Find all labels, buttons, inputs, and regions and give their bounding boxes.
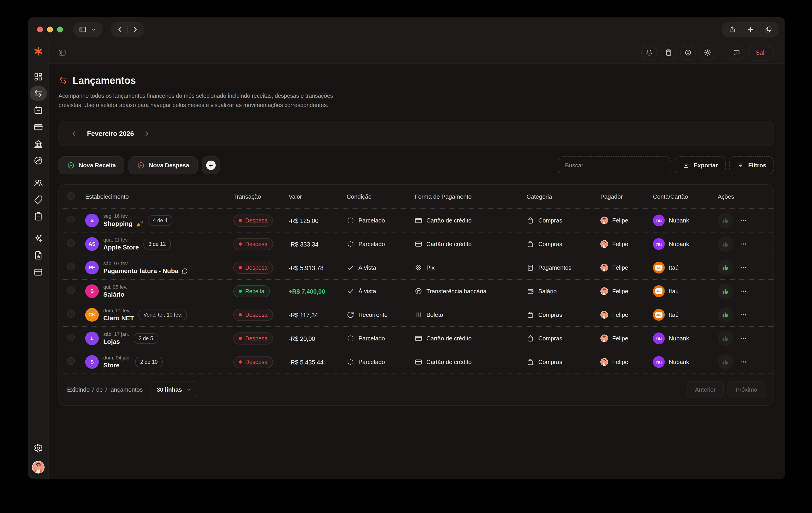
calculator-button[interactable] xyxy=(661,45,676,60)
table-row[interactable]: L sáb, 17 jan. Lojas 2 de 5 Despesa -R$ … xyxy=(59,326,774,350)
sidebar-item-performance[interactable] xyxy=(30,153,47,168)
new-income-label: Nova Receita xyxy=(79,162,116,169)
table-row[interactable]: AS qua, 11 fev. Apple Store 3 de 12 Desp… xyxy=(59,232,774,255)
condition-label: Parcelado xyxy=(358,358,385,366)
logout-button[interactable]: Sair xyxy=(748,45,774,60)
confirm-transaction-button[interactable] xyxy=(718,354,733,370)
row-checkbox[interactable] xyxy=(67,310,75,318)
type-badge: Despesa xyxy=(233,215,273,226)
sidebar-item-transactions[interactable] xyxy=(30,86,47,101)
receipt-icon xyxy=(526,264,534,271)
more-actions-button[interactable] xyxy=(738,333,749,344)
previous-month-button[interactable] xyxy=(71,130,78,137)
new-income-button[interactable]: Nova Receita xyxy=(58,156,124,174)
transfer-arrows-icon xyxy=(33,89,43,98)
transaction-date: sáb, 07 fev. xyxy=(103,261,188,267)
merchant-avatar: CN xyxy=(85,308,99,322)
table-row[interactable]: S qui, 05 fev. Salário Receita +R$ 7.400… xyxy=(59,279,774,303)
payer-avatar xyxy=(600,358,608,366)
row-checkbox[interactable] xyxy=(67,263,75,271)
forward-button[interactable] xyxy=(128,22,142,37)
amount: -R$ 333,34 xyxy=(289,241,319,248)
profile-avatar-button[interactable] xyxy=(32,461,45,474)
results-summary: Exibindo 7 de 7 lançamentos xyxy=(67,386,143,393)
confirm-transaction-button[interactable] xyxy=(718,260,733,275)
row-checkbox[interactable] xyxy=(67,287,75,294)
sidebar-item-calendar[interactable] xyxy=(30,103,47,117)
topbar-divider xyxy=(722,49,722,56)
table-row[interactable]: CN dom, 01 fev. Claro NET Venc. ter, 10 … xyxy=(59,303,774,326)
more-actions-button[interactable] xyxy=(738,238,749,250)
sidebar-item-ai-assistant[interactable] xyxy=(30,231,47,246)
sidebar-item-members[interactable] xyxy=(30,176,47,190)
more-actions-button[interactable] xyxy=(738,215,749,226)
more-actions-button[interactable] xyxy=(738,262,749,273)
previous-page-button[interactable]: Anterior xyxy=(687,381,724,398)
row-checkbox[interactable] xyxy=(67,333,75,341)
next-page-button[interactable]: Próximo xyxy=(727,381,765,398)
sidebar-item-settings[interactable] xyxy=(30,441,47,455)
column-header: Valor xyxy=(289,193,347,200)
row-checkbox[interactable] xyxy=(67,216,75,223)
confirm-transaction-button[interactable] xyxy=(718,331,733,346)
window-sidebar-toggle-button[interactable] xyxy=(73,22,103,37)
column-header: Categoria xyxy=(526,193,600,200)
category-label: Compras xyxy=(538,241,562,248)
new-tab-button[interactable] xyxy=(747,26,754,33)
ellipsis-icon xyxy=(740,334,747,342)
filters-button[interactable]: Filtros xyxy=(729,156,774,174)
table-row[interactable]: S seg, 16 fev. Shopping 4 de 4 Despesa -… xyxy=(59,209,774,232)
more-actions-button[interactable] xyxy=(738,309,749,320)
sidebar-item-planner[interactable] xyxy=(30,209,47,224)
confirm-transaction-button[interactable] xyxy=(718,213,733,228)
file-chart-icon xyxy=(33,251,43,260)
notifications-button[interactable] xyxy=(641,45,657,60)
tabs-button[interactable] xyxy=(765,26,772,33)
table-row[interactable]: PF sáb, 07 fev. Pagamento fatura - Nuba … xyxy=(59,255,774,279)
merchant-name: Lojas xyxy=(103,338,120,345)
account-label: Nubank xyxy=(669,241,689,248)
bank-transfer-icon xyxy=(415,287,422,295)
feedback-button[interactable] xyxy=(729,45,745,60)
visibility-button[interactable] xyxy=(680,45,696,60)
chevron-down-icon xyxy=(186,387,192,393)
theme-button[interactable] xyxy=(700,45,716,60)
next-month-button[interactable] xyxy=(143,130,150,137)
search-input[interactable] xyxy=(558,156,671,174)
traffic-light-minimize[interactable] xyxy=(47,27,53,32)
gear-icon xyxy=(33,443,43,453)
bank-logo-nubank: nu xyxy=(653,238,665,250)
type-badge: Despesa xyxy=(233,356,273,368)
more-actions-button[interactable] xyxy=(738,356,749,368)
table-row[interactable]: S dom, 04 jan. Store 2 de 10 Despesa -R$… xyxy=(59,350,774,374)
share-button[interactable] xyxy=(729,26,736,33)
comment-icon[interactable] xyxy=(181,268,188,274)
rows-per-page-select[interactable]: 30 linhas xyxy=(150,381,198,398)
select-all-checkbox[interactable] xyxy=(67,192,75,200)
content-sidebar-toggle-button[interactable] xyxy=(58,49,66,57)
sidebar-item-cards[interactable] xyxy=(30,120,47,134)
traffic-light-zoom[interactable] xyxy=(57,27,63,32)
sidebar-item-bank-accounts[interactable] xyxy=(30,137,47,151)
confirm-transaction-button[interactable] xyxy=(718,284,733,299)
sidebar-item-dashboard[interactable] xyxy=(30,70,47,84)
month-selector-card: Fevereiro 2026 xyxy=(58,121,774,146)
row-checkbox[interactable] xyxy=(67,357,75,365)
back-button[interactable] xyxy=(113,22,127,37)
confirm-transaction-button[interactable] xyxy=(718,307,733,323)
new-expense-button[interactable]: Nova Despesa xyxy=(128,156,198,174)
sidebar-item-tags[interactable] xyxy=(30,192,47,207)
payer-avatar xyxy=(600,217,608,224)
sidebar-item-reports[interactable] xyxy=(30,248,47,263)
row-checkbox[interactable] xyxy=(67,239,75,247)
amount: -R$ 117,34 xyxy=(289,312,318,319)
export-button[interactable]: Exportar xyxy=(675,156,726,174)
quick-add-button[interactable]: + xyxy=(202,156,220,174)
payer-avatar xyxy=(600,240,608,248)
traffic-light-close[interactable] xyxy=(37,27,43,32)
sidebar-item-browser[interactable] xyxy=(30,265,47,279)
itau-logo-text: itaú xyxy=(655,265,663,271)
more-actions-button[interactable] xyxy=(738,286,749,297)
confirm-transaction-button[interactable] xyxy=(718,236,733,252)
app-header: Sair xyxy=(49,42,785,64)
